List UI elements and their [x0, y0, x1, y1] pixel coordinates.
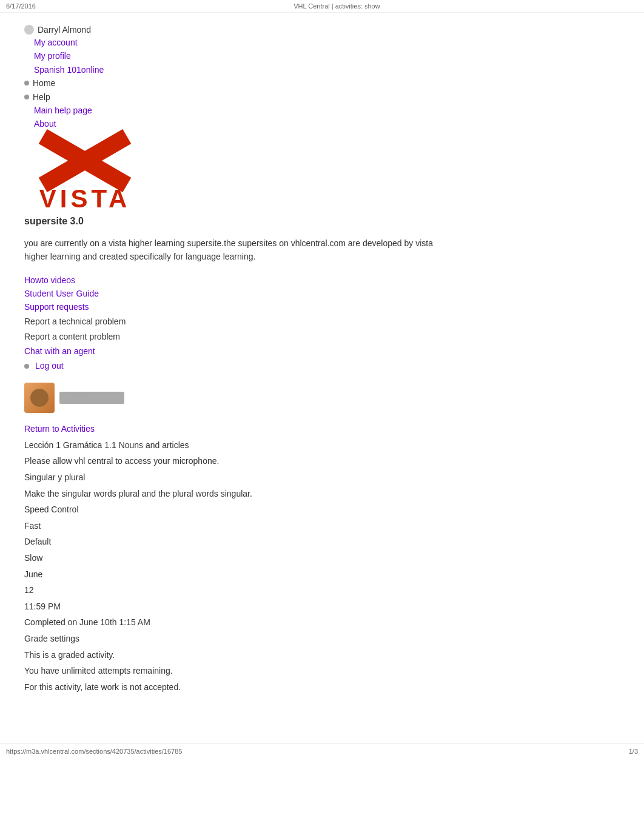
activity-line4: Make the singular words plural and the p… [24, 486, 620, 502]
log-out-link[interactable]: Log out [33, 359, 64, 372]
browser-date: 6/17/2016 [6, 2, 36, 10]
activity-line5: Speed Control [24, 501, 620, 518]
user-avatar-large [24, 383, 55, 413]
help-bullet [24, 95, 29, 99]
bottom-page: 1/3 [629, 748, 638, 755]
main-help-page-link[interactable]: Main help page [24, 104, 620, 117]
course-link[interactable]: Spanish 101online [24, 63, 620, 76]
help-label: Help [33, 90, 50, 104]
howto-videos-link[interactable]: Howto videos [24, 273, 620, 287]
user-display-name: Darryl Almond [38, 25, 91, 35]
user-name-row: Darryl Almond [24, 25, 620, 35]
bottom-bar: https://m3a.vhlcentral.com/sections/4207… [0, 743, 644, 759]
activity-line10: 12 [24, 582, 620, 599]
activity-line7: Default [24, 534, 620, 550]
home-label: Home [33, 76, 55, 90]
activity-line16: For this activity, late work is not acce… [24, 679, 620, 696]
description-text: you are currently on a vista higher lear… [24, 236, 437, 264]
activity-line2: Please allow vhl central to access your … [24, 453, 620, 469]
activity-line9: June [24, 566, 620, 583]
report-technical-text: Report a technical problem [24, 314, 620, 329]
supersite-label: supersite 3.0 [24, 216, 84, 227]
activity-line14: This is a graded activity. [24, 647, 620, 663]
activity-line11: 11:59 PM [24, 599, 620, 615]
username-blurred: ██████████ [59, 392, 124, 404]
user-avatar-small [24, 25, 34, 35]
activity-line12: Completed on June 10th 1:15 AM [24, 614, 620, 631]
activity-line15: You have unlimited attempts remaining. [24, 663, 620, 679]
nav-menu: Darryl Almond My account My profile Span… [24, 25, 620, 131]
activity-line6: Fast [24, 518, 620, 534]
activities-section: Return to Activities Lección 1 Gramática… [24, 420, 620, 696]
my-account-link[interactable]: My account [24, 36, 620, 49]
user-profile-row: ██████████ [24, 383, 620, 413]
logo-area: VISTA supersite 3.0 [24, 141, 620, 227]
help-row: Help [24, 90, 620, 104]
browser-title: VHL Central | activities: show [293, 2, 380, 10]
logout-row: Log out [24, 359, 620, 372]
support-requests-link[interactable]: Support requests [24, 300, 620, 314]
browser-bar: 6/17/2016 VHL Central | activities: show [0, 0, 644, 13]
activity-line3: Singular y plural [24, 469, 620, 486]
chat-with-agent-link[interactable]: Chat with an agent [24, 344, 620, 358]
activity-line13: Grade settings [24, 631, 620, 647]
report-content-text: Report a content problem [24, 329, 620, 344]
student-user-guide-link[interactable]: Student User Guide [24, 287, 620, 300]
vista-logo: VISTA [24, 141, 146, 213]
return-to-activities-link[interactable]: Return to Activities [24, 420, 620, 437]
about-link[interactable]: About [24, 117, 620, 130]
x-shape-graphic [36, 141, 133, 181]
my-profile-link[interactable]: My profile [24, 49, 620, 62]
bottom-url: https://m3a.vhlcentral.com/sections/4207… [6, 748, 182, 755]
activity-line1: Lección 1 Gramática 1.1 Nouns and articl… [24, 437, 620, 454]
activity-line8: Slow [24, 550, 620, 566]
home-row: Home [24, 76, 620, 90]
section-links: Howto videos Student User Guide Support … [24, 273, 620, 373]
logout-bullet [24, 364, 29, 369]
home-bullet [24, 81, 29, 86]
avatar-inner [30, 389, 49, 407]
